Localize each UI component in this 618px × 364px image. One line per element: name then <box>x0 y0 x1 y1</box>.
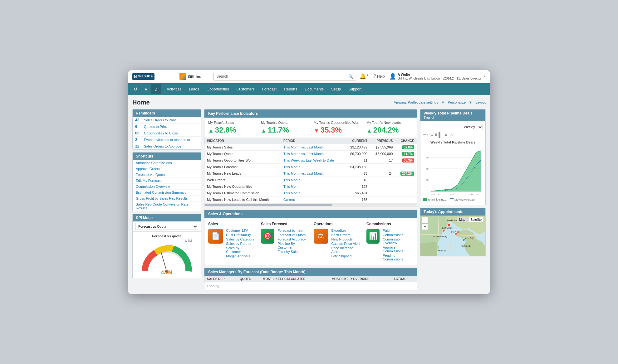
sm-th-rep: SALES REP <box>204 276 237 282</box>
reminder-label-4[interactable]: Event Invitations to respond to <box>144 138 190 142</box>
map-button[interactable]: Map <box>457 217 467 222</box>
row2-period[interactable]: This Week vs. Last Week to Date <box>281 157 345 163</box>
so-ops-link-4[interactable]: Price Increase Alert <box>331 246 360 254</box>
chart-type-bar-icon[interactable]: ≡ <box>434 132 437 138</box>
so-comm-link-0[interactable]: Paid <box>383 229 413 232</box>
kpi-section-header: Key Performance Indicators <box>204 109 417 118</box>
so-forecast-link-2[interactable]: Forecast Accuracy <box>277 237 307 241</box>
reminder-label-3[interactable]: Opportunities to Close <box>144 131 178 135</box>
list-item[interactable]: 43 Sales Orders to Print <box>133 117 201 124</box>
list-item[interactable]: 6 Quotes to Print <box>133 124 201 130</box>
row5-period[interactable]: This Month <box>281 177 345 183</box>
top-bar: N NETSUITE Gill Inc. 🔍 🔔▼ ? Help 👤 A Wol… <box>128 70 490 83</box>
so-sales-link-1[interactable]: Cust Profitability <box>226 233 255 237</box>
chart-type-line2-icon[interactable]: ∿ <box>429 132 433 138</box>
kpi-metric-value-1: 11.7% <box>261 126 307 134</box>
shortcut-item-1[interactable]: Approve Orders <box>133 166 201 172</box>
personalize-button[interactable]: Personalize <box>448 100 466 104</box>
nav-star-icon[interactable]: ★ <box>141 86 151 92</box>
so-forecast-link-0[interactable]: Forecast by Item <box>277 229 307 232</box>
nav-item-reports[interactable]: Reports <box>280 83 301 95</box>
list-item[interactable]: 12 Sales Orders to Approve <box>133 143 201 149</box>
so-comm-link-4[interactable]: Pending Commissions <box>383 254 413 261</box>
sm-th-actual: ACTUAL <box>391 276 417 282</box>
chart-type-area2-icon[interactable]: △ <box>450 132 454 138</box>
so-sales-link-4[interactable]: Sales by Customer <box>226 246 255 254</box>
nav-item-forecast[interactable]: Forecast <box>258 83 281 95</box>
nav-item-support[interactable]: Support <box>345 83 365 95</box>
list-item[interactable]: 65 Opportunities to Close <box>133 130 201 137</box>
shortcut-item-0[interactable]: Authorize Commissions <box>133 160 201 166</box>
company-badge[interactable]: Gill Inc. <box>176 73 210 80</box>
list-item[interactable]: 2 Event Invitations to respond to <box>133 137 201 143</box>
nav-home-icon[interactable]: ⌂ <box>151 84 161 94</box>
shortcut-item-3[interactable]: Edit My Forecast <box>133 178 201 184</box>
so-forecast-link-4[interactable]: Frcst by Sales <box>277 250 307 254</box>
shortcut-item-2[interactable]: Forecast vs. Quota <box>133 172 201 178</box>
so-comm-link-1[interactable]: Commissions <box>383 233 413 237</box>
zoom-out-button[interactable]: − <box>422 223 428 230</box>
row7-period[interactable]: This Month <box>281 190 345 196</box>
chart-type-area1-icon[interactable]: ▲ <box>444 132 449 138</box>
chart-type-line1-icon[interactable]: 〜 <box>423 132 428 138</box>
shortcut-item-6[interactable]: Gross Profit by Sales Rep Results <box>133 196 201 201</box>
shortcut-item-7[interactable]: Sales Rep Quote Conversion Rate Results <box>133 201 201 211</box>
nav-item-opportunities[interactable]: Opportunities <box>203 83 233 95</box>
satellite-button[interactable]: Satellite <box>468 217 484 222</box>
reminder-label-1[interactable]: Sales Orders to Print <box>144 118 176 122</box>
nav-item-setup[interactable]: Setup <box>327 83 345 95</box>
chart-type-column-icon[interactable]: ▌ <box>439 132 442 138</box>
viewing-label[interactable]: Viewing: Portlet date settings <box>394 100 438 104</box>
company-name: Gill Inc. <box>188 74 203 79</box>
so-comm-link-2[interactable]: Commission Overview <box>383 237 413 245</box>
nav-item-activities[interactable]: Activities <box>163 83 185 95</box>
so-ops-link-5[interactable]: Late Shipped <box>331 254 360 258</box>
search-icon[interactable]: 🔍 <box>348 74 353 79</box>
so-sales-link-5[interactable]: Margin Analysis <box>226 254 255 258</box>
kpi-meter-select[interactable]: Forecast vs Quota <box>135 223 198 230</box>
row3-current: $4,708,160 <box>345 163 370 170</box>
row3-period[interactable]: This Month <box>281 163 345 170</box>
nav-item-leads[interactable]: Leads <box>185 83 203 95</box>
kpi-table-scroll[interactable]: INDICATOR PERIOD CURRENT PREVIOUS CHANGE… <box>204 138 417 203</box>
notification-bell[interactable]: 🔔▼ <box>359 73 369 80</box>
reminder-label-2[interactable]: Quotes to Print <box>144 125 167 129</box>
reminder-label-5[interactable]: Sales Orders to Approve <box>144 144 181 148</box>
nav-item-customers[interactable]: Customers <box>233 83 258 95</box>
map-area: San Bruno San Mateo Half Moon Bay Fremon… <box>420 216 485 256</box>
row6-period[interactable]: This Month <box>281 183 345 190</box>
search-bar[interactable]: 🔍 <box>213 73 356 80</box>
so-sales-link-0[interactable]: Customer LTV <box>226 229 255 232</box>
so-sales-link-3[interactable]: Sales by Partner <box>226 242 255 245</box>
so-ops-link-0[interactable]: Expedites <box>331 229 360 232</box>
nav-item-documents[interactable]: Documents <box>301 83 327 95</box>
shortcut-item-4[interactable]: Commission Overview <box>133 184 201 190</box>
help-button[interactable]: ? Help <box>373 74 385 79</box>
chart-period-select[interactable]: Weekly Monthly <box>461 124 483 130</box>
arrow-up-icon-0 <box>208 126 214 134</box>
so-ops-link-2[interactable]: New Products <box>331 237 360 241</box>
help-label: Help <box>377 74 385 79</box>
layout-button[interactable]: Layout <box>475 100 486 104</box>
so-ops-link-3[interactable]: Custom Price Alert <box>331 242 360 245</box>
so-ops-link-1[interactable]: Back Orders <box>331 233 360 237</box>
so-forecast-link-1[interactable]: Forecast vs Quota <box>277 233 307 237</box>
search-input[interactable] <box>216 74 348 79</box>
scroll-thumb[interactable] <box>205 204 332 206</box>
shortcut-item-5[interactable]: Estimated Commission Summary <box>133 190 201 196</box>
row8-period[interactable]: Current <box>281 196 345 203</box>
svg-point-33 <box>463 238 465 241</box>
row0-period[interactable]: This Month vs. Last Month <box>281 144 345 150</box>
th-current: CURRENT <box>345 138 370 144</box>
zoom-in-button[interactable]: + <box>422 217 428 224</box>
kpi-table-scrollbar[interactable] <box>204 203 417 207</box>
so-sales-link-2[interactable]: Sales by Category <box>226 237 255 241</box>
row1-period[interactable]: This Month vs. Last Month <box>281 150 345 157</box>
svg-text:20: 20 <box>426 179 429 182</box>
user-area[interactable]: 👤 A Wolfe Gill Inc. Wholesale Distributi… <box>389 73 486 80</box>
so-comm-link-3[interactable]: Approve Commissions <box>383 245 413 253</box>
row4-period[interactable]: This Month vs. Last Month <box>281 170 345 177</box>
so-forecast-link-3[interactable]: Pipeline By Customer <box>277 242 307 249</box>
nav-history-icon[interactable]: ↺ <box>130 86 141 92</box>
row2-current: 11 <box>345 157 370 163</box>
